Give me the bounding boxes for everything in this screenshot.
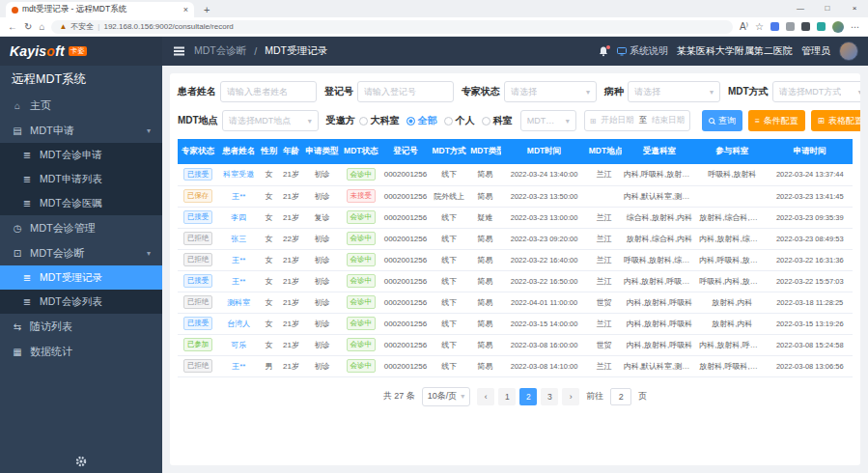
column-header: 登记号 <box>381 139 430 164</box>
browser-profile-avatar[interactable] <box>832 21 844 33</box>
column-header: 年龄 <box>278 139 303 164</box>
extension-icon[interactable] <box>770 22 779 31</box>
mdt-time-cell: 2022-03-23 09:20:00 <box>501 228 586 249</box>
window-close-button[interactable]: × <box>841 0 868 17</box>
mdt-status-tag: 会诊中 <box>347 210 377 223</box>
system-help-link[interactable]: 系统说明 <box>617 44 668 58</box>
content-area: 患者姓名 登记号 专家状态 请选择 ▾ <box>162 66 868 473</box>
read-aloud-icon[interactable]: A⁾ <box>740 22 748 32</box>
patient-name-link[interactable]: 李四 <box>231 213 246 222</box>
table-config-button[interactable]: ⊞ 表格配置 <box>811 110 860 131</box>
page-button-2[interactable]: 2 <box>519 388 537 405</box>
sidebar-subitem-3-0[interactable]: ≣MDT受理记录 <box>0 265 162 290</box>
new-tab-button[interactable]: + <box>204 2 210 17</box>
table-row: 已拒绝王**男21岁初诊会诊中0002001256线下简易2022-03-08 … <box>178 355 853 376</box>
sidebar-subitem-1-0[interactable]: ≣MDT会诊申请 <box>0 143 162 167</box>
system-title: 远程MDT系统 <box>0 66 162 93</box>
date-range-picker[interactable]: ⊞ 开始日期 至 结束日期 <box>584 110 690 131</box>
sidebar-item-5[interactable]: ▦数据统计 <box>0 339 162 364</box>
extension-icon[interactable] <box>817 22 826 31</box>
gender-cell: 女 <box>259 164 278 185</box>
radio-label: 大科室 <box>371 114 400 127</box>
sidebar-item-4[interactable]: ⇆随访列表 <box>0 314 162 339</box>
search-button[interactable]: 查询 <box>702 110 742 131</box>
disease-select[interactable]: 请选择 ▾ <box>628 81 720 102</box>
patient-name-link[interactable]: 科室受邀 <box>223 170 254 179</box>
age-cell: 21岁 <box>278 355 303 376</box>
reg-no-cell: 0002001256 <box>381 185 430 207</box>
mdt-way-select[interactable]: 请选择MDT方式 ▾ <box>772 81 860 102</box>
list-icon: ≡ <box>755 117 760 125</box>
invitee-radio-3[interactable]: 科室 <box>482 114 513 127</box>
expert-status-tag: 已拒绝 <box>183 359 213 372</box>
sidebar-item-0[interactable]: ⌂主页 <box>0 93 162 118</box>
apply-type-cell: 初诊 <box>304 292 341 313</box>
breadcrumb-parent[interactable]: MDT会诊断 <box>194 44 246 58</box>
window-minimize-button[interactable]: — <box>787 0 814 17</box>
patient-name-link[interactable]: 王** <box>232 256 245 264</box>
patient-name-link[interactable]: 王** <box>232 277 245 286</box>
invitee-radio-2[interactable]: 个人 <box>444 114 475 127</box>
patient-name-link[interactable]: 张三 <box>231 235 246 243</box>
tab-close-icon[interactable]: × <box>183 6 188 14</box>
patient-name-cell: 李四 <box>218 207 259 228</box>
column-header: MDT方式 <box>430 139 468 164</box>
page-size-select[interactable]: 10条/页 ▾ <box>422 387 471 406</box>
extension-icon[interactable] <box>801 22 810 31</box>
expert-status-label: 专家状态 <box>462 85 500 98</box>
age-cell: 21岁 <box>278 164 303 185</box>
gear-icon[interactable] <box>75 456 87 467</box>
goto-page-input[interactable] <box>610 388 631 405</box>
next-page-button[interactable]: › <box>562 388 579 405</box>
patient-name-link[interactable]: 可乐 <box>231 341 246 349</box>
age-cell: 21岁 <box>278 270 303 292</box>
sidebar-subitem-1-2[interactable]: ≣MDT会诊医嘱 <box>0 191 162 215</box>
sidebar-subitem-3-1[interactable]: ≣MDT会诊列表 <box>0 290 162 314</box>
patient-name-link[interactable]: 王** <box>232 362 245 371</box>
expert-status-select[interactable]: 请选择 ▾ <box>504 81 597 102</box>
mdt-status-tag: 会诊中 <box>347 359 377 372</box>
window-maximize-button[interactable]: □ <box>814 0 841 17</box>
column-header: 参与科室 <box>697 139 767 164</box>
sidebar-subitem-1-1[interactable]: ≣MDT申请列表 <box>0 167 162 191</box>
patient-name-cell: 王** <box>218 185 259 207</box>
expert-status-cell: 已拒绝 <box>178 249 218 270</box>
sidebar-item-1[interactable]: ▤MDT申请▾ <box>0 118 162 143</box>
mdt-place-label: MDT地点 <box>178 114 218 127</box>
address-bar[interactable]: ▲ 不安全 | 192.168.0.156:9002/consultale/re… <box>51 20 732 34</box>
reg-no-cell: 0002001256 <box>381 249 430 270</box>
home-icon[interactable]: ⌂ <box>39 22 44 32</box>
patient-name-link[interactable]: 王** <box>232 192 245 201</box>
column-header: 患者姓名 <box>218 139 259 164</box>
notifications-button[interactable] <box>599 46 608 57</box>
column-header: MDT类型 <box>468 139 501 164</box>
browser-tab[interactable]: mdt受理记录 - 远程MDT系统 × <box>6 2 194 17</box>
sidebar-item-3[interactable]: ⊡MDT会诊断▾ <box>0 240 162 265</box>
mdt-status-tag: 会诊中 <box>347 295 377 308</box>
mdt-place-select[interactable]: 请选择MDT地点 ▾ <box>222 110 319 131</box>
mdt-time-select[interactable]: MDT时间 ▾ <box>520 110 576 131</box>
invitee-radio-1[interactable]: 全部 <box>406 114 437 127</box>
back-icon[interactable]: ← <box>8 22 17 32</box>
prev-page-button[interactable]: ‹ <box>477 388 494 405</box>
page-button-1[interactable]: 1 <box>498 388 516 405</box>
mdt-status-cell: 会诊中 <box>341 313 381 334</box>
hamburger-icon[interactable] <box>174 50 184 52</box>
records-table: 专家状态患者姓名性别年龄申请类型MDT状态登记号MDT方式MDT类型MDT时间M… <box>178 139 853 377</box>
patient-name-label: 患者姓名 <box>178 85 216 98</box>
browser-menu-icon[interactable]: ⋯ <box>851 22 860 32</box>
sidebar-item-2[interactable]: ◷MDT会诊管理 <box>0 215 162 240</box>
patient-name-input[interactable] <box>220 81 317 102</box>
extension-icon[interactable] <box>786 22 795 31</box>
refresh-icon[interactable]: ↻ <box>24 22 32 32</box>
browser-toolbar: ← ↻ ⌂ ▲ 不安全 | 192.168.0.156:9002/consult… <box>0 17 868 37</box>
user-avatar[interactable] <box>839 42 858 61</box>
page-button-3[interactable]: 3 <box>541 388 558 405</box>
condition-config-button[interactable]: ≡ 条件配置 <box>748 110 805 131</box>
table-row: 已拒绝王**女21岁初诊会诊中0002001256线下简易2022-03-22 … <box>178 249 853 270</box>
invitee-radio-0[interactable]: 大科室 <box>359 114 400 127</box>
favorites-icon[interactable]: ☆ <box>755 22 764 32</box>
patient-name-link[interactable]: 测科室 <box>227 298 250 307</box>
reg-no-input[interactable] <box>357 81 454 102</box>
patient-name-link[interactable]: 台湾人 <box>227 320 250 328</box>
